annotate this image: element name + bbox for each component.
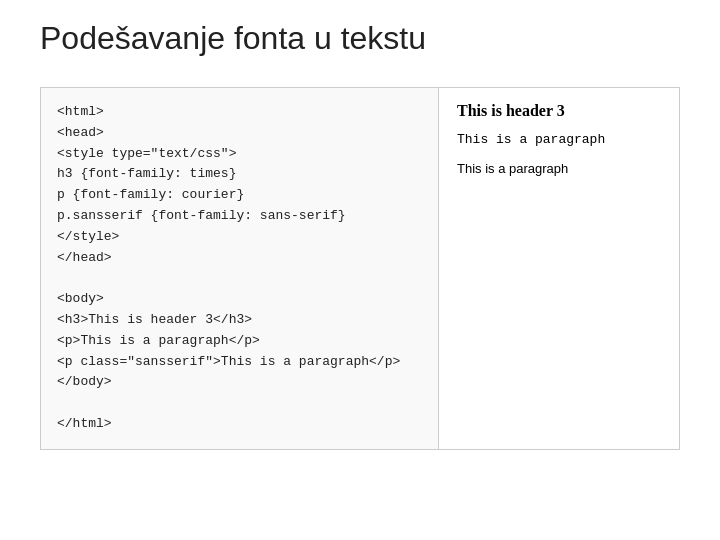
preview-paragraph-courier: This is a paragraph xyxy=(457,132,661,147)
preview-panel: This is header 3 This is a paragraph Thi… xyxy=(439,88,679,449)
code-panel: <html> <head> <style type="text/css"> h3… xyxy=(41,88,439,449)
preview-header: This is header 3 xyxy=(457,102,661,120)
page-title: Podešavanje fonta u tekstu xyxy=(40,20,680,57)
content-area: <html> <head> <style type="text/css"> h3… xyxy=(40,87,680,450)
code-line-1: <html> <head> <style type="text/css"> h3… xyxy=(57,104,400,431)
page-container: Podešavanje fonta u tekstu <html> <head>… xyxy=(0,0,720,540)
preview-paragraph-sansserif: This is a paragraph xyxy=(457,161,661,176)
